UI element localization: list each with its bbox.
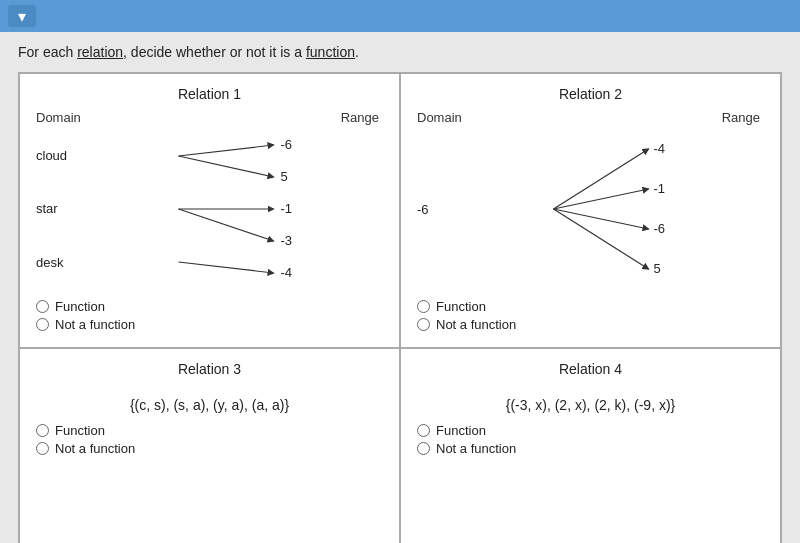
svg-text:-1: -1: [654, 181, 666, 196]
svg-text:-4: -4: [281, 265, 293, 280]
relation1-function-option[interactable]: Function: [36, 299, 383, 314]
relation1-cell: Relation 1 Domain Range cloud star desk: [19, 73, 400, 348]
relation2-function-label: Function: [436, 299, 486, 314]
relation4-title: Relation 4: [417, 361, 764, 377]
domain-item-neg6: -6: [417, 202, 453, 217]
svg-line-0: [179, 145, 274, 156]
relation1-radio-group: Function Not a function: [36, 299, 383, 332]
relation1-function-label: Function: [55, 299, 105, 314]
relation4-expression: {(-3, x), (2, x), (2, k), (-9, x)}: [417, 397, 764, 413]
svg-text:-6: -6: [281, 137, 293, 152]
svg-text:5: 5: [281, 169, 288, 184]
relation1-notfunction-radio[interactable]: [36, 318, 49, 331]
domain-item-desk: desk: [36, 255, 84, 270]
domain-item-star: star: [36, 201, 84, 216]
relation3-notfunction-label: Not a function: [55, 441, 135, 456]
relation2-function-radio[interactable]: [417, 300, 430, 313]
page-content: For each relation, decide whether or not…: [0, 32, 800, 543]
relation3-cell: Relation 3 {(c, s), (s, a), (y, a), (a, …: [19, 348, 400, 543]
relation3-title: Relation 3: [36, 361, 383, 377]
relation2-cell: Relation 2 Domain Range -6: [400, 73, 781, 348]
svg-line-1: [179, 156, 274, 177]
svg-text:5: 5: [654, 261, 661, 276]
relations-grid: Relation 1 Domain Range cloud star desk: [18, 72, 782, 543]
relation2-arrows: -4 -1 -6 5: [453, 129, 764, 289]
relation1-notfunction-option[interactable]: Not a function: [36, 317, 383, 332]
relation4-radio-group: Function Not a function: [417, 423, 764, 456]
relation3-radio-group: Function Not a function: [36, 423, 383, 456]
relation2-function-option[interactable]: Function: [417, 299, 764, 314]
relation2-notfunction-label: Not a function: [436, 317, 516, 332]
svg-text:-4: -4: [654, 141, 666, 156]
svg-line-12: [554, 209, 649, 229]
relation4-function-label: Function: [436, 423, 486, 438]
relation2-title: Relation 2: [417, 86, 764, 102]
relation3-function-label: Function: [55, 423, 105, 438]
svg-line-13: [554, 209, 649, 269]
svg-line-11: [554, 189, 649, 209]
relation1-arrows: -6 5 -1 -3 -4: [84, 129, 383, 289]
relation1-notfunction-label: Not a function: [55, 317, 135, 332]
relation4-function-option[interactable]: Function: [417, 423, 764, 438]
relation3-expression: {(c, s), (s, a), (y, a), (a, a)}: [36, 397, 383, 413]
domain-item-cloud: cloud: [36, 148, 84, 163]
relation1-domain-header: Domain: [36, 110, 86, 125]
relation3-function-option[interactable]: Function: [36, 423, 383, 438]
svg-text:-3: -3: [281, 233, 293, 248]
relation2-notfunction-option[interactable]: Not a function: [417, 317, 764, 332]
relation4-function-radio[interactable]: [417, 424, 430, 437]
relation4-cell: Relation 4 {(-3, x), (2, x), (2, k), (-9…: [400, 348, 781, 543]
relation3-function-radio[interactable]: [36, 424, 49, 437]
relation4-notfunction-label: Not a function: [436, 441, 516, 456]
relation2-radio-group: Function Not a function: [417, 299, 764, 332]
svg-line-4: [179, 262, 274, 273]
chevron-button[interactable]: ▾: [8, 5, 36, 27]
relation1-function-radio[interactable]: [36, 300, 49, 313]
svg-text:-6: -6: [654, 221, 666, 236]
relation4-notfunction-option[interactable]: Not a function: [417, 441, 764, 456]
relation4-notfunction-radio[interactable]: [417, 442, 430, 455]
svg-line-10: [554, 149, 649, 209]
svg-text:-1: -1: [281, 201, 293, 216]
relation3-notfunction-radio[interactable]: [36, 442, 49, 455]
relation1-range-header: Range: [341, 110, 383, 125]
instruction-text: For each relation, decide whether or not…: [18, 44, 782, 60]
relation3-notfunction-option[interactable]: Not a function: [36, 441, 383, 456]
relation1-title: Relation 1: [36, 86, 383, 102]
svg-line-3: [179, 209, 274, 241]
top-bar: ▾: [0, 0, 800, 32]
relation2-range-header: Range: [722, 110, 764, 125]
relation2-domain-header: Domain: [417, 110, 467, 125]
relation2-notfunction-radio[interactable]: [417, 318, 430, 331]
chevron-icon: ▾: [18, 7, 26, 26]
